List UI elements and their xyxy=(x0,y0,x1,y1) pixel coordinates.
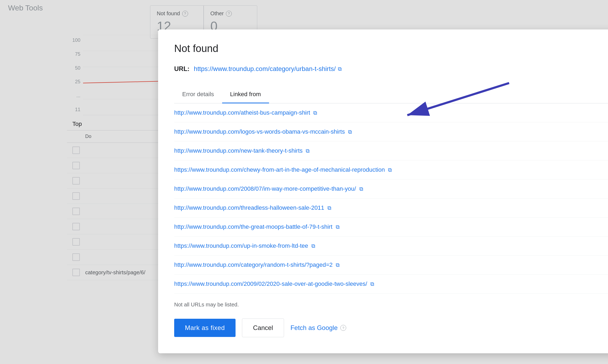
external-link-icon: ⧉ xyxy=(311,243,315,249)
link-2[interactable]: http://www.troundup.com/logos-vs-words-o… xyxy=(174,128,345,135)
mark-as-fixed-button[interactable]: Mark as fixed xyxy=(174,319,236,337)
link-1[interactable]: http://www.troundup.com/atheist-bus-camp… xyxy=(174,109,310,116)
modal-url-label: URL: xyxy=(174,65,189,73)
links-list: http://www.troundup.com/atheist-bus-camp… xyxy=(174,103,608,294)
cancel-button[interactable]: Cancel xyxy=(242,318,284,337)
modal-title: Not found xyxy=(174,43,608,54)
external-link-icon: ⧉ xyxy=(336,262,340,268)
list-item: http://www.troundup.com/threadless-hallo… xyxy=(174,198,608,217)
modal-url-link[interactable]: https://www.troundup.com/category/urban-… xyxy=(194,65,342,73)
list-item: https://www.troundup.com/up-in-smoke-fro… xyxy=(174,237,608,256)
link-4[interactable]: https://www.troundup.com/chewy-from-art-… xyxy=(174,166,385,173)
link-8[interactable]: https://www.troundup.com/up-in-smoke-fro… xyxy=(174,242,308,249)
list-item: https://www.troundup.com/2009/02/2020-sa… xyxy=(174,275,608,294)
list-item: http://www.troundup.com/atheist-bus-camp… xyxy=(174,103,608,122)
external-link-icon: ⧉ xyxy=(306,148,309,154)
external-link-icon: ⧉ xyxy=(348,129,352,135)
tab-linked-from[interactable]: Linked from xyxy=(222,86,269,103)
list-item: http://www.troundup.com/2008/07/im-way-m… xyxy=(174,179,608,198)
modal-footer: Mark as fixed Cancel Fetch as Google ? xyxy=(174,318,608,337)
list-item: http://www.troundup.com/new-tank-theory-… xyxy=(174,141,608,160)
fetch-google-help-icon[interactable]: ? xyxy=(340,325,346,331)
external-link-icon: ⧉ xyxy=(370,281,374,287)
external-link-icon: ⧉ xyxy=(338,66,342,72)
modal-tabs: Error details Linked from xyxy=(174,86,608,103)
link-3[interactable]: http://www.troundup.com/new-tank-theory-… xyxy=(174,147,303,154)
link-7[interactable]: http://www.troundup.com/the-great-moops-… xyxy=(174,223,333,230)
external-link-icon: ⧉ xyxy=(313,110,317,116)
tab-error-details[interactable]: Error details xyxy=(174,86,222,103)
list-item: http://www.troundup.com/the-great-moops-… xyxy=(174,217,608,237)
link-10[interactable]: https://www.troundup.com/2009/02/2020-sa… xyxy=(174,280,367,287)
list-item: https://www.troundup.com/chewy-from-art-… xyxy=(174,160,608,179)
external-link-icon: ⧉ xyxy=(327,205,331,211)
link-6[interactable]: http://www.troundup.com/threadless-hallo… xyxy=(174,204,324,211)
external-link-icon: ⧉ xyxy=(336,224,340,230)
fetch-as-google-link[interactable]: Fetch as Google ? xyxy=(290,324,346,332)
modal-url-text: https://www.troundup.com/category/urban-… xyxy=(194,65,336,73)
list-item: http://www.troundup.com/logos-vs-words-o… xyxy=(174,122,608,141)
fetch-google-label: Fetch as Google xyxy=(290,324,338,332)
external-link-icon: ⧉ xyxy=(388,167,392,173)
external-link-icon: ⧉ xyxy=(359,186,363,192)
list-item: http://www.troundup.com/category/random-… xyxy=(174,256,608,275)
not-all-note: Not all URLs may be listed. xyxy=(174,302,608,308)
modal-url-row: URL: https://www.troundup.com/category/u… xyxy=(174,65,608,73)
link-9[interactable]: http://www.troundup.com/category/random-… xyxy=(174,261,333,268)
link-5[interactable]: http://www.troundup.com/2008/07/im-way-m… xyxy=(174,185,356,192)
modal-dialog: Not found URL: https://www.troundup.com/… xyxy=(158,29,608,353)
